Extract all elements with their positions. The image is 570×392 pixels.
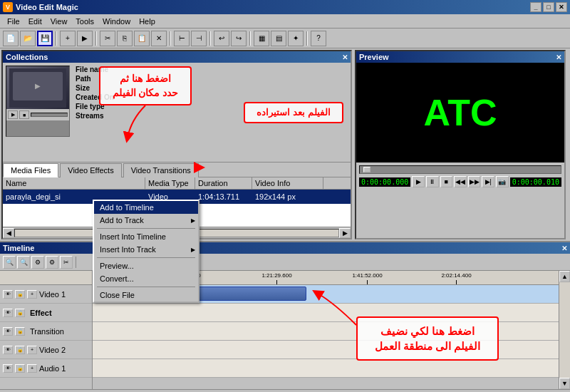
col-info[interactable]: Video Info <box>252 177 323 189</box>
collections-title: Collections <box>6 53 48 61</box>
scroll-down-button[interactable]: ▼ <box>559 378 570 389</box>
cut-button[interactable]: ✂ <box>100 31 115 46</box>
tab-video-transitions[interactable]: Video Transitions <box>123 163 199 177</box>
add-media-button[interactable]: + <box>60 31 76 46</box>
preview-time-end: 0:00:00.010 <box>510 177 561 187</box>
timeline-view-button[interactable]: ▦ <box>254 31 269 46</box>
ctx-add-to-timeline[interactable]: Add to Timeline <box>94 201 198 214</box>
track-transition-label: Transition <box>30 327 64 336</box>
scroll-right-button[interactable]: ▶ <box>339 228 351 238</box>
new-button[interactable]: 📄 <box>3 31 19 46</box>
preview-close-button[interactable]: ✕ <box>556 53 561 61</box>
tl-filter[interactable]: ⚙ <box>31 256 44 269</box>
preview-screen: ATC <box>356 63 564 163</box>
track-audio1-row[interactable] <box>93 359 559 378</box>
help-button[interactable]: ? <box>311 31 326 46</box>
ruler-mark-2: 1:21:29.600 <box>276 280 277 284</box>
preview-slider-thumb[interactable] <box>363 167 370 172</box>
track-trans-eye[interactable]: 👁 <box>3 327 13 336</box>
delete-button[interactable]: ✕ <box>151 31 167 46</box>
paste-button[interactable]: 📋 <box>134 31 150 46</box>
ctx-convert[interactable]: Convert... <box>94 272 198 285</box>
col-type[interactable]: Media Type <box>145 177 195 189</box>
track-eye-btn[interactable]: 👁 <box>3 290 13 299</box>
track-labels: 👁 🔒 + Video 1 👁 🔒 Effect 👁 🔒 Transition … <box>0 271 93 389</box>
undo-button[interactable]: ↩ <box>214 31 229 46</box>
track-effect-lock[interactable]: 🔒 <box>15 309 25 317</box>
collections-close-button[interactable]: ✕ <box>342 53 348 61</box>
split-button[interactable]: ⊢ <box>174 31 190 46</box>
maximize-button[interactable]: □ <box>543 2 554 12</box>
preview-time-start: 0:00:00.000 <box>359 177 410 187</box>
preview-stop-button[interactable]: ■ <box>440 176 453 187</box>
annotation-bottom: اضغط هنا لكي نضيفالفيلم الى منطقة العمل <box>356 316 499 361</box>
col-duration[interactable]: Duration <box>195 177 252 189</box>
minimize-button[interactable]: _ <box>530 2 542 12</box>
ctx-preview[interactable]: Preview... <box>94 259 198 272</box>
ruler-spacer <box>0 271 92 285</box>
thumb-progress[interactable] <box>31 113 68 117</box>
preview-title: Preview <box>359 53 389 61</box>
effects-button[interactable]: ✦ <box>288 31 304 46</box>
thumb-stop-button[interactable]: ■ <box>19 110 29 119</box>
file-info: 192x144 px <box>252 191 323 202</box>
ruler-label-4: 2:02:14.400 <box>441 272 471 279</box>
scroll-up-button[interactable]: ▲ <box>559 271 570 282</box>
ctx-separator-1 <box>97 228 195 229</box>
tl-zoom-in[interactable]: 🔍 <box>3 256 16 269</box>
track-a1-expand[interactable]: + <box>27 364 37 373</box>
ruler-mark-4: 2:02:14.400 <box>456 280 457 284</box>
copy-button[interactable]: ⎘ <box>117 31 133 46</box>
track-v2-expand[interactable]: + <box>27 346 37 354</box>
tab-video-effects[interactable]: Video Effects <box>60 163 121 177</box>
menu-edit[interactable]: Edit <box>24 16 46 27</box>
col-name[interactable]: Name <box>3 177 145 189</box>
scroll-left-button[interactable]: ◀ <box>3 228 14 238</box>
tl-zoom-out[interactable]: 🔍 <box>17 256 30 269</box>
storyboard-view-button[interactable]: ▤ <box>271 31 286 46</box>
save-button[interactable]: 💾 <box>37 31 53 46</box>
close-button[interactable]: ✕ <box>556 2 567 12</box>
timeline-title: Timeline <box>3 244 34 252</box>
track-v2-lock[interactable]: 🔒 <box>15 346 25 354</box>
track-trans-lock[interactable]: 🔒 <box>15 327 25 336</box>
menu-file[interactable]: File <box>3 16 24 27</box>
track-v2-eye[interactable]: 👁 <box>3 346 13 354</box>
preview-pause-button[interactable]: ⏸ <box>426 176 439 187</box>
thumb-play-button[interactable]: ▶ <box>8 110 18 119</box>
context-menu: Add to Timeline Add to Track ▶ Insert In… <box>93 200 200 303</box>
track-effect-eye[interactable]: 👁 <box>3 309 13 317</box>
track-expand-btn[interactable]: + <box>27 290 37 299</box>
tl-razor[interactable]: ✂ <box>60 256 73 269</box>
size-label: Size <box>76 84 90 92</box>
ctx-insert-into-timeline[interactable]: Insert Into Timeline <box>94 230 198 243</box>
ctx-close-file[interactable]: Close File <box>94 289 198 301</box>
vertical-scrollbar[interactable]: ▲ ▼ <box>559 271 570 389</box>
open-button[interactable]: 📂 <box>20 31 36 46</box>
preview-next-frame[interactable]: ▶▶ <box>468 176 481 187</box>
menu-tools[interactable]: Tools <box>71 16 98 27</box>
ctx-insert-track-arrow: ▶ <box>191 247 195 253</box>
tab-media-files[interactable]: Media Files <box>3 163 58 177</box>
preview-to-end[interactable]: ▶| <box>482 176 494 187</box>
merge-button[interactable]: ⊣ <box>191 31 207 46</box>
preview-seek-slider[interactable] <box>359 165 561 174</box>
menu-window[interactable]: Window <box>98 16 135 27</box>
capture-button[interactable]: ▶ <box>77 31 93 46</box>
ctx-separator-2 <box>97 257 195 258</box>
preview-prev-frame[interactable]: ◀◀ <box>454 176 467 187</box>
menu-help[interactable]: Help <box>135 16 160 27</box>
ctx-insert-into-track[interactable]: Insert Into Track ▶ <box>94 243 198 256</box>
preview-snapshot[interactable]: 📷 <box>496 176 509 187</box>
track-lock-btn[interactable]: 🔒 <box>15 290 25 299</box>
timeline-close-button[interactable]: ✕ <box>561 244 567 252</box>
preview-play-button[interactable]: ▶ <box>412 176 425 187</box>
menu-view[interactable]: View <box>46 16 72 27</box>
ctx-add-to-track[interactable]: Add to Track ▶ <box>94 214 198 227</box>
v-scroll-track[interactable] <box>559 282 570 378</box>
track-label-effect: 👁 🔒 Effect <box>0 304 92 322</box>
redo-button[interactable]: ↪ <box>231 31 247 46</box>
track-a1-eye[interactable]: 👁 <box>3 364 13 373</box>
tl-settings[interactable]: ⚙ <box>46 256 58 269</box>
track-a1-lock[interactable]: 🔒 <box>15 364 25 373</box>
